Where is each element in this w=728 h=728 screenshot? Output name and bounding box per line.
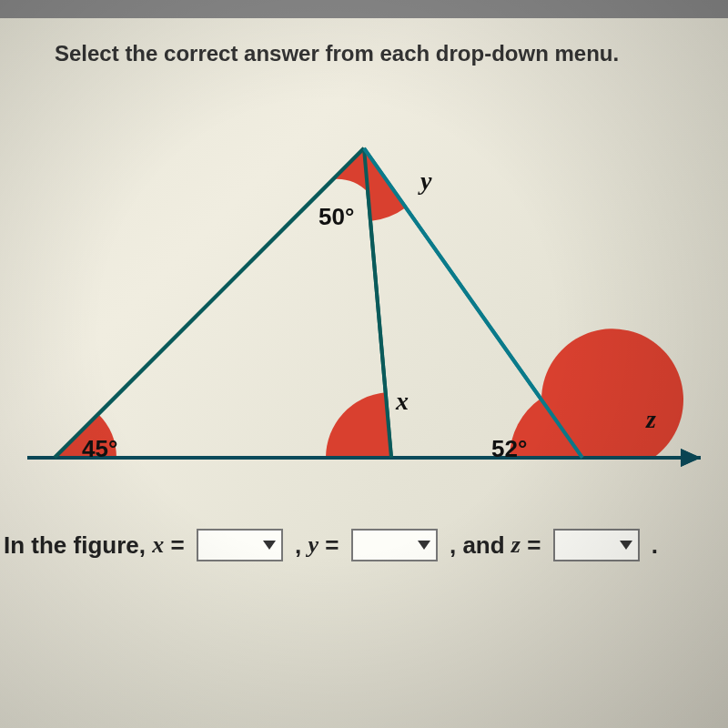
answer-comma1: , <box>288 531 308 560</box>
answer-row: In the figure, x = , y = , and z = . <box>0 529 728 561</box>
svg-marker-9 <box>681 449 701 467</box>
chevron-down-icon <box>418 541 430 550</box>
angle-top-label: 50° <box>318 203 354 231</box>
chevron-down-icon <box>263 541 276 550</box>
dropdown-z[interactable] <box>553 529 640 561</box>
answer-comma2: , and <box>443 531 511 560</box>
window-topbar <box>0 0 728 18</box>
var-x-label: x <box>396 387 409 416</box>
instruction-text: Select the correct answer from each drop… <box>55 41 728 66</box>
dropdown-x[interactable] <box>197 529 283 561</box>
dropdown-y[interactable] <box>351 529 438 561</box>
angle-left-label: 45° <box>82 435 117 463</box>
chevron-down-icon <box>620 541 632 550</box>
answer-prefix: In the figure, <box>4 531 152 560</box>
angle-right-inner-label: 52° <box>491 435 527 463</box>
geometry-figure: 45° 50° 52° x y z <box>0 76 728 512</box>
answer-var-x: x <box>152 531 164 559</box>
answer-eq-z: = <box>521 531 548 560</box>
var-z-label: z <box>646 405 656 434</box>
var-y-label: y <box>420 167 431 196</box>
answer-period: . <box>645 531 658 560</box>
answer-eq-x: = <box>164 531 191 560</box>
answer-var-y: y <box>308 531 319 559</box>
answer-eq-y: = <box>318 531 346 560</box>
svg-line-6 <box>55 148 364 458</box>
answer-var-z: z <box>511 531 521 559</box>
